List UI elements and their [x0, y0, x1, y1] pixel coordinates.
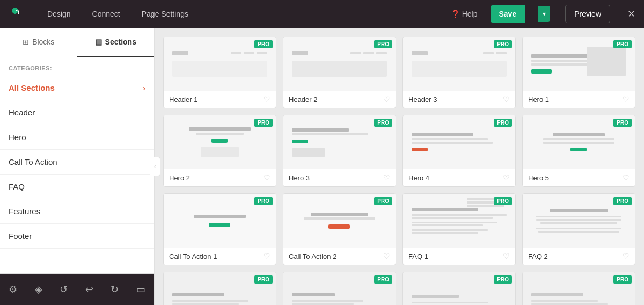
section-card-footer-faq2: FAQ 2 ♡	[523, 248, 635, 265]
nav-page-settings[interactable]: Page Settings	[137, 8, 193, 20]
section-card-cta1[interactable]: PRO Call To Action 1 ♡	[163, 193, 276, 265]
category-header[interactable]: Header	[0, 100, 154, 125]
device-preview-icon[interactable]: ▭	[133, 280, 149, 299]
nav-connect[interactable]: Connect	[88, 8, 125, 20]
nav-design[interactable]: Design	[43, 8, 75, 20]
pro-badge-footer4: PRO	[613, 275, 632, 284]
section-preview-cta1: PRO	[164, 194, 276, 248]
favorite-icon-hero1[interactable]: ♡	[623, 95, 630, 104]
favorite-icon-header2[interactable]: ♡	[383, 95, 390, 104]
section-card-footer3[interactable]: PRO Footer 3 ♡	[402, 272, 516, 305]
section-preview-cta2: PRO	[283, 194, 396, 248]
section-preview-header2: PRO	[283, 37, 396, 91]
favorite-icon-header3[interactable]: ♡	[503, 95, 510, 104]
section-card-cta2[interactable]: PRO Call To Action 2 ♡	[283, 193, 396, 265]
categories-list: All Sections › Header Hero Call To Actio…	[0, 76, 154, 273]
section-preview-footer3: PRO	[403, 272, 515, 305]
section-preview-hero3: PRO	[283, 115, 396, 169]
sidebar-tabs: ⊞ Blocks ▤ Sections	[0, 28, 154, 57]
section-card-footer-hero1: Hero 1 ♡	[523, 91, 635, 108]
section-card-faq2[interactable]: PRO FAQ 2 ♡	[522, 193, 635, 265]
sections-content-area: PRO Header 1 ♡	[155, 28, 644, 305]
section-preview-header1: PRO	[164, 37, 276, 91]
section-card-footer1[interactable]: PRO Footer 1 ♡	[163, 272, 276, 305]
favorite-icon-faq2[interactable]: ♡	[623, 252, 630, 260]
section-card-hero1[interactable]: PRO Hero 1 ♡	[522, 37, 635, 108]
categories-label: CATEGORIES:	[0, 57, 154, 76]
favorite-icon-hero3[interactable]: ♡	[383, 173, 390, 182]
section-preview-faq1: PRO	[403, 194, 515, 248]
chevron-right-icon: ›	[143, 84, 145, 92]
section-card-header1[interactable]: PRO Header 1 ♡	[163, 37, 276, 108]
section-card-footer-faq1: FAQ 1 ♡	[403, 248, 515, 265]
category-footer[interactable]: Footer	[0, 224, 154, 249]
pro-badge-hero5: PRO	[613, 119, 632, 127]
section-card-faq1[interactable]: PRO FAQ 1 ♡	[402, 193, 516, 265]
section-card-hero2[interactable]: PRO Hero 2 ♡	[163, 115, 276, 187]
history-icon[interactable]: ↺	[56, 280, 71, 299]
help-icon: ❓	[451, 10, 460, 18]
pro-badge-hero1: PRO	[613, 40, 632, 48]
section-card-hero3[interactable]: PRO Hero 3 ♡	[283, 115, 396, 187]
section-preview-footer1: PRO	[164, 272, 276, 305]
pro-badge-footer3: PRO	[494, 275, 512, 284]
section-card-footer-hero5: Hero 5 ♡	[523, 169, 635, 186]
section-card-footer-hero4: Hero 4 ♡	[403, 169, 515, 186]
main-area: ⊞ Blocks ▤ Sections CATEGORIES: All Sect…	[0, 28, 644, 305]
sections-grid: PRO Header 1 ♡	[163, 37, 635, 305]
section-card-footer-hero2: Hero 2 ♡	[164, 169, 276, 186]
category-all-sections[interactable]: All Sections ›	[0, 76, 154, 100]
category-faq[interactable]: FAQ	[0, 175, 154, 199]
redo-icon[interactable]: ↻	[107, 280, 122, 299]
section-preview-faq2: PRO	[523, 194, 635, 248]
section-card-footer-header2: Header 2 ♡	[283, 91, 396, 108]
save-button[interactable]: Save	[491, 5, 525, 23]
category-hero[interactable]: Hero	[0, 125, 154, 150]
pro-badge-header1: PRO	[254, 40, 273, 48]
section-preview-hero4: PRO	[403, 115, 515, 169]
favorite-icon-faq1[interactable]: ♡	[503, 252, 510, 260]
sidebar: ⊞ Blocks ▤ Sections CATEGORIES: All Sect…	[0, 28, 155, 305]
section-card-hero4[interactable]: PRO Hero 4 ♡	[402, 115, 516, 187]
favorite-icon-hero4[interactable]: ♡	[503, 173, 510, 182]
preview-button[interactable]: Preview	[565, 5, 610, 23]
pro-badge-header3: PRO	[494, 40, 512, 48]
section-preview-header3: PRO	[403, 37, 515, 91]
pro-badge-hero2: PRO	[254, 119, 273, 127]
favorite-icon-cta1[interactable]: ♡	[264, 252, 270, 260]
collapse-sidebar-button[interactable]: ‹	[150, 157, 160, 176]
undo-icon[interactable]: ↩	[82, 280, 97, 299]
layers-icon[interactable]: ◈	[32, 280, 46, 299]
pro-badge-cta2: PRO	[374, 197, 392, 205]
section-preview-hero1: PRO	[523, 37, 635, 91]
wix-logo-icon	[9, 5, 26, 23]
top-navigation: Design Connect Page Settings ❓ Help Save…	[0, 0, 644, 28]
section-card-footer2[interactable]: PRO Footer 2 ♡	[283, 272, 396, 305]
section-card-footer-header1: Header 1 ♡	[164, 91, 276, 108]
settings-icon[interactable]: ⚙	[5, 280, 20, 299]
section-card-footer4[interactable]: PRO Footer 4 ♡	[522, 272, 635, 305]
section-preview-footer4: PRO	[523, 272, 635, 305]
section-card-footer-cta1: Call To Action 1 ♡	[164, 248, 276, 265]
section-preview-hero5: PRO	[523, 115, 635, 169]
favorite-icon-header1[interactable]: ♡	[264, 95, 270, 104]
favorite-icon-hero5[interactable]: ♡	[623, 173, 630, 182]
category-call-to-action[interactable]: Call To Action	[0, 150, 154, 175]
tab-sections[interactable]: ▤ Sections	[77, 28, 155, 57]
category-features[interactable]: Features	[0, 199, 154, 224]
blocks-icon: ⊞	[23, 38, 29, 46]
section-card-header3[interactable]: PRO Header 3 ♡	[402, 37, 516, 108]
pro-badge-hero3: PRO	[374, 119, 392, 127]
section-card-hero5[interactable]: PRO Hero 5 ♡	[522, 115, 635, 187]
section-card-footer-cta2: Call To Action 2 ♡	[283, 248, 396, 265]
close-button[interactable]: ✕	[627, 8, 635, 20]
nav-help[interactable]: ❓ Help	[451, 10, 478, 18]
tab-blocks[interactable]: ⊞ Blocks	[0, 28, 77, 57]
section-preview-footer2: PRO	[283, 272, 396, 305]
pro-badge-faq2: PRO	[613, 197, 632, 205]
save-dropdown-button[interactable]: ▾	[538, 6, 550, 22]
pro-badge-cta1: PRO	[254, 197, 273, 205]
section-card-header2[interactable]: PRO Header 2 ♡	[283, 37, 396, 108]
favorite-icon-cta2[interactable]: ♡	[383, 252, 390, 260]
favorite-icon-hero2[interactable]: ♡	[264, 173, 270, 182]
